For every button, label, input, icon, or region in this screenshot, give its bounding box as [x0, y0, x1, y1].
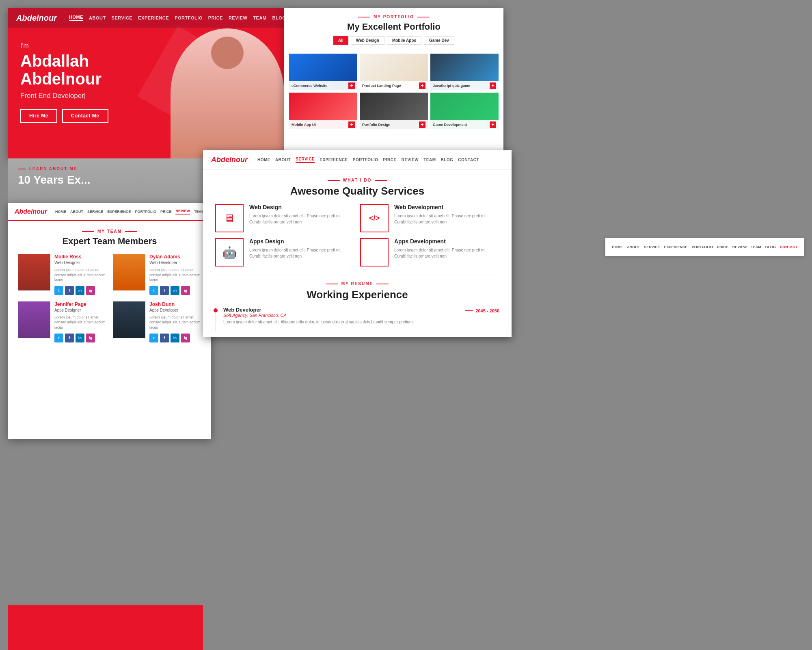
hero-window: Abdelnour HOME ABOUT SERVICE EXPERIENCE …	[8, 8, 284, 158]
team-social-jennifer: t f in ig	[54, 334, 106, 342]
team-photo-josh	[113, 301, 145, 338]
team-desc-josh: Lorem ipsum dolor sit amet consec adipis…	[149, 315, 201, 330]
twitter-btn-3[interactable]: t	[54, 334, 63, 342]
facebook-btn-1[interactable]: f	[65, 286, 74, 295]
contact-nav-about2[interactable]: ABOUT	[627, 245, 640, 249]
nav-link-review[interactable]: REVIEW	[229, 15, 247, 20]
portfolio-plus-6[interactable]: +	[490, 121, 496, 128]
timeline-date: 2045 - 2050	[465, 308, 499, 313]
team-member-jennifer: Jennifer Page Apps Designer Lorem ipsum …	[18, 301, 106, 342]
hero-nav: Abdelnour HOME ABOUT SERVICE EXPERIENCE …	[8, 8, 284, 28]
twitter-btn-1[interactable]: t	[54, 286, 63, 295]
contact-nav-blog2[interactable]: BLOG	[765, 245, 776, 249]
contact-nav-service2[interactable]: SERVICE	[644, 245, 660, 249]
review-nav-review[interactable]: REVIEW	[175, 209, 190, 214]
portfolio-plus-2[interactable]: +	[419, 82, 425, 89]
instagram-btn-4[interactable]: ig	[181, 334, 190, 342]
review-nav-home[interactable]: HOME	[55, 210, 66, 214]
team-role-josh: Apps Developer	[149, 308, 201, 312]
team-role-jennifer: Apps Designer	[54, 308, 106, 312]
nav-link-service[interactable]: SERVICE	[112, 15, 133, 20]
service-section-title: Awesome Quality Services	[215, 185, 499, 197]
nav-link-blog[interactable]: BLOG	[272, 15, 285, 20]
service-nav-contact[interactable]: CONTACT	[458, 158, 479, 162]
nav-link-price[interactable]: PRICE	[208, 15, 223, 20]
review-nav: Abdelnour HOME ABOUT SERVICE EXPERIENCE …	[8, 203, 211, 221]
instagram-btn-3[interactable]: ig	[86, 334, 95, 342]
team-member-mollie: Mollie Ross Web Designer Lorem ipsum dol…	[18, 254, 106, 295]
review-window: Abdelnour HOME ABOUT SERVICE EXPERIENCE …	[8, 203, 211, 439]
portfolio-item-2[interactable]: Product Landing Page +	[360, 54, 428, 90]
nav-link-portfolio[interactable]: PORTFOLIO	[175, 15, 203, 20]
portfolio-label-2: Product Landing Page +	[360, 81, 428, 90]
nav-link-about[interactable]: ABOUT	[89, 15, 106, 20]
portfolio-item-3[interactable]: JavaScript quiz game +	[430, 54, 499, 90]
resume-header: MY RESUME Working Experience	[215, 282, 499, 301]
team-info-jennifer: Jennifer Page Apps Designer Lorem ipsum …	[54, 301, 106, 342]
service-nav-service[interactable]: SERVICE	[296, 157, 315, 163]
hero-im-text: I'm	[20, 42, 272, 50]
facebook-btn-2[interactable]: f	[160, 286, 169, 295]
team-name-jennifer: Jennifer Page	[54, 301, 106, 307]
instagram-btn-2[interactable]: ig	[181, 286, 190, 295]
review-nav-portfolio[interactable]: PORTFOLIO	[135, 210, 156, 214]
service-nav-portfolio[interactable]: PORTFOLIO	[353, 158, 378, 162]
team-desc-dylan: Lorem ipsum dolor sit amet consec adipis…	[149, 267, 201, 283]
service-nav-experience[interactable]: EXPERIENCE	[320, 158, 348, 162]
filter-game-dev[interactable]: Game Dev	[424, 36, 454, 45]
portfolio-item-1[interactable]: eCommerce Website +	[289, 54, 357, 90]
portfolio-plus-1[interactable]: +	[348, 82, 355, 89]
linkedin-btn-4[interactable]: in	[171, 334, 179, 342]
twitter-btn-4[interactable]: t	[149, 334, 158, 342]
review-nav-about[interactable]: ABOUT	[70, 210, 83, 214]
twitter-btn-2[interactable]: t	[149, 286, 158, 295]
filter-mobile-apps[interactable]: Mobile Apps	[387, 36, 421, 45]
team-info-dylan: Dylan Adams Web Developer Lorem ipsum do…	[149, 254, 201, 295]
team-info-mollie: Mollie Ross Web Designer Lorem ipsum dol…	[54, 254, 106, 295]
service-nav-review[interactable]: REVIEW	[402, 158, 419, 162]
contact-nav-experience2[interactable]: EXPERIENCE	[664, 245, 688, 249]
code-icon: </>	[369, 214, 380, 223]
review-nav-experience[interactable]: EXPERIENCE	[107, 210, 131, 214]
facebook-btn-4[interactable]: f	[160, 334, 169, 342]
service-nav-home[interactable]: HOME	[257, 158, 270, 162]
facebook-btn-3[interactable]: f	[65, 334, 74, 342]
contact-nav-portfolio2[interactable]: PORTFOLIO	[692, 245, 713, 249]
portfolio-plus-4[interactable]: +	[348, 121, 355, 128]
contact-nav-contact2[interactable]: CONTACT	[780, 245, 797, 249]
service-nav-blog[interactable]: BLOG	[441, 158, 453, 162]
hire-me-button[interactable]: Hire Me	[20, 109, 57, 123]
service-card-text-1: Lorem ipsum dolor sit amet elit. Phase n…	[249, 213, 354, 225]
service-card-title-2: Web Development	[394, 204, 499, 210]
portfolio-item-5[interactable]: Portfolio Design +	[360, 93, 428, 129]
contact-nav-price2[interactable]: PRICE	[717, 245, 728, 249]
contact-nav-home2[interactable]: HOME	[612, 245, 623, 249]
portfolio-item-4[interactable]: Mobile App UI +	[289, 93, 357, 129]
contact-nav-team2[interactable]: TEAM	[751, 245, 761, 249]
review-nav-price[interactable]: PRICE	[160, 210, 172, 214]
service-card-title-3: Apps Design	[249, 238, 354, 245]
linkedin-btn-1[interactable]: in	[76, 286, 84, 295]
service-nav-team[interactable]: TEAM	[423, 158, 436, 162]
nav-link-home[interactable]: HOME	[69, 15, 83, 21]
team-social-mollie: t f in ig	[54, 286, 106, 295]
linkedin-btn-2[interactable]: in	[171, 286, 179, 295]
team-content: MY TEAM Expert Team Members Mollie Ross …	[8, 221, 211, 351]
filter-web-design[interactable]: Web Design	[351, 36, 384, 45]
contact-me-button[interactable]: Contact Me	[62, 109, 108, 123]
filter-all[interactable]: All	[333, 36, 348, 45]
nav-link-team[interactable]: TEAM	[253, 15, 266, 20]
resume-content: Web Developer Soft Agency, San Francisco…	[215, 307, 499, 329]
nav-link-experience[interactable]: EXPERIENCE	[138, 15, 169, 20]
service-nav-about[interactable]: ABOUT	[275, 158, 291, 162]
review-nav-service[interactable]: SERVICE	[87, 210, 103, 214]
service-nav-price[interactable]: PRICE	[383, 158, 397, 162]
portfolio-plus-3[interactable]: +	[490, 82, 496, 89]
service-section-subtitle: WHAT I DO	[215, 178, 499, 182]
portfolio-plus-5[interactable]: +	[419, 121, 425, 128]
linkedin-btn-3[interactable]: in	[76, 334, 84, 342]
service-card-text-2: Lorem ipsum dolor sit amet elit. Phase n…	[394, 213, 499, 225]
portfolio-item-6[interactable]: Game Development +	[430, 93, 499, 129]
contact-nav-review2[interactable]: REVIEW	[732, 245, 747, 249]
instagram-btn-1[interactable]: ig	[86, 286, 95, 295]
